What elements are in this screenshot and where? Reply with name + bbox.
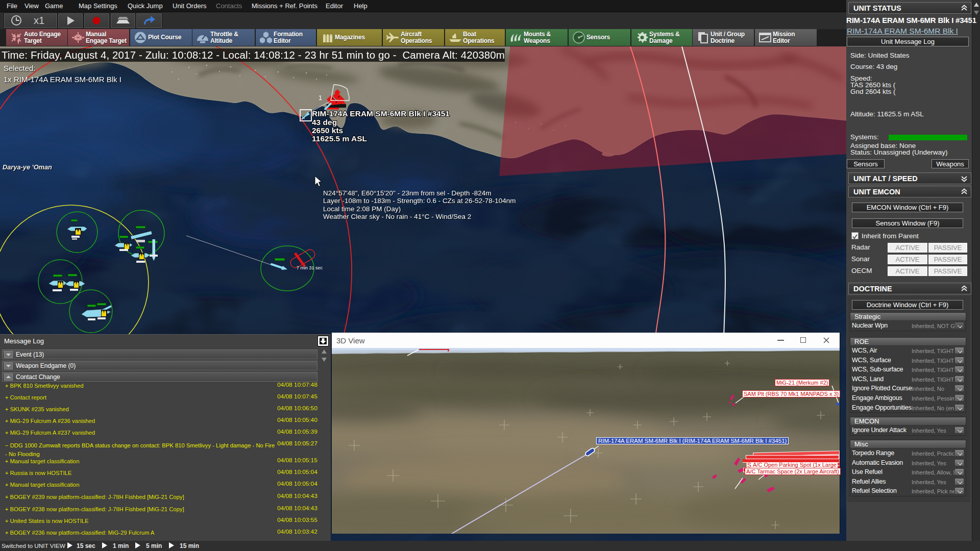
svg-text:7 min 31 sec: 7 min 31 sec [297,265,323,270]
svg-text:43 deg: 43 deg [312,118,337,127]
svg-text:1: 1 [318,94,322,102]
svg-text:RIM-174A ERAM SM-6MR Blk I #34: RIM-174A ERAM SM-6MR Blk I #3451 [312,109,450,118]
svg-text:x1: x1 [34,15,44,26]
svg-text:2650 kts: 2650 kts [312,126,343,135]
svg-text:11625.5 m ASL: 11625.5 m ASL [312,134,367,143]
